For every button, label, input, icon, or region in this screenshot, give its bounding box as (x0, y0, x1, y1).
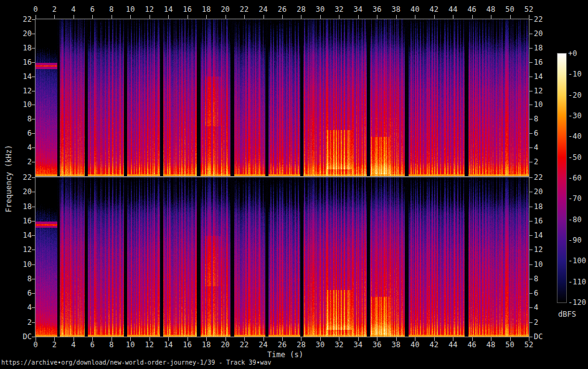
freq-tick-mark (529, 264, 533, 265)
time-tick-label: 28 (292, 341, 310, 348)
time-tick-label: 30 (311, 6, 329, 13)
freq-tick-mark (32, 337, 36, 337)
time-tick-mark (130, 15, 131, 19)
time-tick-mark (415, 15, 415, 19)
time-tick-mark (111, 15, 112, 19)
time-tick-mark (339, 337, 339, 341)
freq-tick-mark (529, 77, 533, 77)
time-tick-label: 52 (520, 341, 538, 348)
freq-tick-label: 2 (534, 158, 554, 166)
time-tick-label: 14 (159, 341, 177, 348)
colorbar-tick-label: -100 (568, 257, 588, 264)
time-tick-label: 4 (65, 6, 82, 13)
spectrogram-page: 0246810121416182022242628303234363840424… (0, 0, 588, 369)
freq-tick-label: 6 (534, 289, 554, 297)
time-tick-mark (54, 337, 55, 341)
freq-tick-mark (529, 34, 533, 34)
colorbar-tick-label: -10 (568, 70, 588, 78)
freq-tick-mark (529, 162, 533, 162)
freq-tick-label: 18 (534, 203, 554, 210)
time-tick-label: 14 (159, 6, 177, 13)
time-tick-mark (187, 15, 188, 19)
colorbar-unit-label: dBFS (558, 310, 576, 319)
time-tick-label: 2 (45, 341, 63, 348)
freq-tick-mark (529, 119, 533, 119)
freq-tick-mark (529, 19, 533, 20)
time-tick-mark (263, 15, 264, 19)
time-tick-mark (358, 15, 359, 19)
freq-tick-mark (529, 192, 533, 192)
freq-tick-label: 2 (11, 319, 32, 326)
time-tick-label: 0 (27, 6, 44, 13)
time-tick-mark (396, 15, 397, 19)
time-tick-mark (320, 337, 321, 341)
freq-tick-label: 6 (534, 129, 554, 137)
freq-tick-label: 6 (11, 289, 32, 297)
time-tick-mark (54, 15, 55, 19)
time-tick-label: 32 (330, 341, 348, 348)
time-tick-label: 26 (273, 6, 291, 13)
freq-tick-mark (529, 293, 533, 294)
time-tick-mark (206, 15, 207, 19)
freq-tick-label: 4 (534, 304, 554, 311)
freq-tick-mark (529, 105, 533, 105)
freq-tick-label: DC (11, 333, 32, 340)
freq-tick-label: 12 (534, 87, 554, 95)
freq-tick-mark (529, 279, 533, 279)
time-tick-mark (244, 337, 245, 341)
colorbar (557, 54, 566, 302)
freq-tick-mark (529, 147, 533, 148)
time-tick-mark (472, 15, 473, 19)
time-tick-label: 22 (235, 6, 253, 13)
time-tick-mark (301, 337, 301, 341)
freq-tick-label: 10 (11, 261, 32, 268)
time-tick-label: 12 (141, 6, 158, 13)
time-tick-label: 2 (45, 6, 63, 13)
time-tick-mark (491, 337, 491, 341)
freq-tick-mark (529, 337, 533, 337)
colorbar-tick-label: -20 (568, 91, 588, 99)
time-tick-mark (149, 15, 150, 19)
freq-tick-label: 18 (534, 44, 554, 52)
freq-tick-mark (529, 177, 533, 178)
time-tick-label: 50 (501, 6, 519, 13)
time-tick-label: 16 (179, 6, 196, 13)
time-tick-mark (491, 15, 491, 19)
time-tick-label: 36 (368, 341, 386, 348)
time-tick-mark (187, 337, 188, 341)
time-tick-label: 46 (463, 6, 481, 13)
freq-tick-label: 22 (534, 16, 554, 23)
spectrogram-canvas-left-channel (36, 19, 529, 176)
time-tick-mark (92, 15, 93, 19)
time-tick-mark (36, 337, 36, 341)
time-tick-label: 42 (425, 6, 443, 13)
freq-tick-label: 16 (11, 217, 32, 225)
time-tick-label: 42 (425, 341, 443, 348)
freq-tick-label: 20 (534, 188, 554, 195)
freq-tick-label: 2 (534, 319, 554, 326)
freq-tick-label: 2 (11, 158, 32, 166)
time-tick-mark (282, 15, 283, 19)
freq-tick-label: 16 (11, 58, 32, 66)
time-tick-mark (339, 15, 339, 19)
time-tick-mark (510, 337, 511, 341)
freq-tick-label: 10 (534, 101, 554, 108)
freq-tick-mark (529, 235, 533, 236)
time-tick-mark (149, 337, 150, 341)
time-tick-mark (225, 15, 226, 19)
freq-tick-mark (529, 221, 533, 222)
time-tick-label: 8 (103, 341, 120, 348)
time-tick-label: 24 (255, 6, 272, 13)
freq-tick-label: 8 (534, 115, 554, 123)
freq-tick-label: 14 (534, 231, 554, 239)
time-tick-mark (244, 15, 245, 19)
freq-tick-label: 14 (11, 73, 32, 80)
time-tick-mark (36, 15, 36, 19)
time-tick-label: 32 (330, 6, 348, 13)
time-tick-mark (301, 15, 301, 19)
freq-tick-label: DC (534, 333, 554, 340)
time-tick-label: 18 (197, 341, 215, 348)
freq-tick-label: 16 (534, 58, 554, 66)
time-tick-label: 50 (501, 341, 519, 348)
time-tick-mark (529, 15, 529, 19)
